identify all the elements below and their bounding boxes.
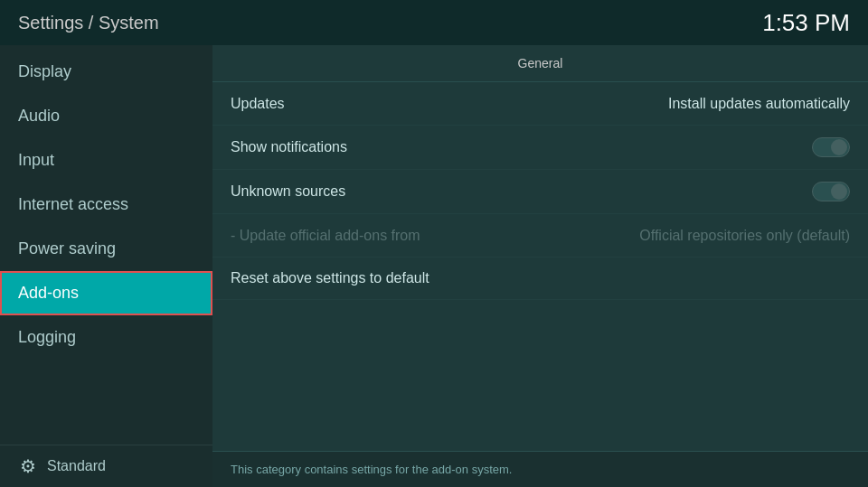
show-notifications-label: Show notifications — [231, 139, 347, 155]
section-header: General — [212, 45, 868, 82]
sidebar-item-logging[interactable]: Logging — [0, 315, 212, 360]
sidebar-item-display[interactable]: Display — [0, 50, 212, 94]
settings-row-reset[interactable]: Reset above settings to default — [212, 258, 868, 300]
settings-row-updates[interactable]: Updates Install updates automatically — [212, 82, 868, 126]
app-header: Settings / System 1:53 PM — [0, 0, 868, 45]
updates-label: Updates — [231, 96, 285, 112]
update-official-label: - Update official add-ons from — [231, 228, 420, 244]
sidebar-item-audio[interactable]: Audio — [0, 94, 212, 138]
unknown-sources-label: Unknown sources — [231, 183, 345, 200]
settings-row-unknown-sources[interactable]: Unknown sources — [212, 170, 868, 214]
sidebar-item-add-ons[interactable]: Add-ons — [0, 271, 212, 315]
gear-icon: ⚙ — [18, 456, 38, 476]
sidebar: Display Audio Input Internet access Powe… — [0, 45, 212, 487]
sidebar-item-input[interactable]: Input — [0, 138, 212, 183]
footer-text: This category contains settings for the … — [231, 463, 512, 476]
main-content: Display Audio Input Internet access Powe… — [0, 45, 868, 487]
clock: 1:53 PM — [762, 9, 850, 37]
updates-value: Install updates automatically — [668, 96, 850, 112]
settings-body: General Updates Install updates automati… — [212, 45, 868, 451]
update-official-value: Official repositories only (default) — [639, 228, 850, 244]
page-title: Settings / System — [18, 13, 159, 33]
sidebar-item-power-saving[interactable]: Power saving — [0, 227, 212, 271]
reset-label[interactable]: Reset above settings to default — [231, 270, 429, 286]
sidebar-item-internet-access[interactable]: Internet access — [0, 183, 212, 227]
show-notifications-toggle[interactable] — [812, 137, 850, 157]
content-footer: This category contains settings for the … — [212, 451, 868, 487]
settings-row-update-official: - Update official add-ons from Official … — [212, 214, 868, 258]
settings-row-show-notifications[interactable]: Show notifications — [212, 126, 868, 170]
unknown-sources-toggle[interactable] — [812, 182, 850, 201]
sidebar-footer-label: Standard — [47, 458, 106, 474]
settings-panel: General Updates Install updates automati… — [212, 45, 868, 487]
sidebar-footer[interactable]: ⚙ Standard — [0, 445, 212, 487]
